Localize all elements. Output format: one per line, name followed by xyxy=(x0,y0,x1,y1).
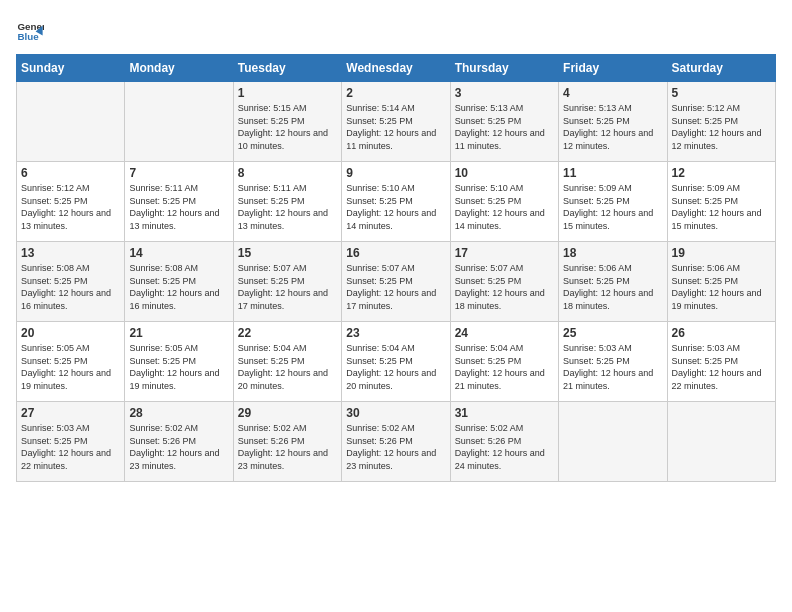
day-number: 5 xyxy=(672,86,771,100)
calendar-cell: 31Sunrise: 5:02 AMSunset: 5:26 PMDayligh… xyxy=(450,402,558,482)
day-info: Sunrise: 5:02 AMSunset: 5:26 PMDaylight:… xyxy=(238,422,337,472)
calendar-cell: 3Sunrise: 5:13 AMSunset: 5:25 PMDaylight… xyxy=(450,82,558,162)
day-info: Sunrise: 5:03 AMSunset: 5:25 PMDaylight:… xyxy=(563,342,662,392)
day-number: 13 xyxy=(21,246,120,260)
calendar-cell xyxy=(125,82,233,162)
calendar-cell: 15Sunrise: 5:07 AMSunset: 5:25 PMDayligh… xyxy=(233,242,341,322)
calendar-cell xyxy=(667,402,775,482)
day-info: Sunrise: 5:13 AMSunset: 5:25 PMDaylight:… xyxy=(563,102,662,152)
day-info: Sunrise: 5:03 AMSunset: 5:25 PMDaylight:… xyxy=(672,342,771,392)
logo-icon: General Blue xyxy=(16,16,44,44)
calendar-cell: 22Sunrise: 5:04 AMSunset: 5:25 PMDayligh… xyxy=(233,322,341,402)
calendar-cell: 16Sunrise: 5:07 AMSunset: 5:25 PMDayligh… xyxy=(342,242,450,322)
day-info: Sunrise: 5:07 AMSunset: 5:25 PMDaylight:… xyxy=(346,262,445,312)
day-info: Sunrise: 5:05 AMSunset: 5:25 PMDaylight:… xyxy=(129,342,228,392)
weekday-header-wednesday: Wednesday xyxy=(342,55,450,82)
day-number: 31 xyxy=(455,406,554,420)
calendar-cell: 27Sunrise: 5:03 AMSunset: 5:25 PMDayligh… xyxy=(17,402,125,482)
day-number: 14 xyxy=(129,246,228,260)
calendar-cell: 8Sunrise: 5:11 AMSunset: 5:25 PMDaylight… xyxy=(233,162,341,242)
day-number: 28 xyxy=(129,406,228,420)
day-info: Sunrise: 5:11 AMSunset: 5:25 PMDaylight:… xyxy=(129,182,228,232)
day-number: 19 xyxy=(672,246,771,260)
calendar-cell: 21Sunrise: 5:05 AMSunset: 5:25 PMDayligh… xyxy=(125,322,233,402)
calendar-cell: 25Sunrise: 5:03 AMSunset: 5:25 PMDayligh… xyxy=(559,322,667,402)
weekday-header-tuesday: Tuesday xyxy=(233,55,341,82)
day-info: Sunrise: 5:04 AMSunset: 5:25 PMDaylight:… xyxy=(346,342,445,392)
day-info: Sunrise: 5:14 AMSunset: 5:25 PMDaylight:… xyxy=(346,102,445,152)
day-info: Sunrise: 5:04 AMSunset: 5:25 PMDaylight:… xyxy=(238,342,337,392)
calendar-cell: 26Sunrise: 5:03 AMSunset: 5:25 PMDayligh… xyxy=(667,322,775,402)
day-number: 12 xyxy=(672,166,771,180)
calendar-cell: 2Sunrise: 5:14 AMSunset: 5:25 PMDaylight… xyxy=(342,82,450,162)
weekday-header-monday: Monday xyxy=(125,55,233,82)
day-info: Sunrise: 5:05 AMSunset: 5:25 PMDaylight:… xyxy=(21,342,120,392)
day-info: Sunrise: 5:04 AMSunset: 5:25 PMDaylight:… xyxy=(455,342,554,392)
day-number: 26 xyxy=(672,326,771,340)
day-info: Sunrise: 5:06 AMSunset: 5:25 PMDaylight:… xyxy=(672,262,771,312)
calendar-cell xyxy=(559,402,667,482)
day-info: Sunrise: 5:03 AMSunset: 5:25 PMDaylight:… xyxy=(21,422,120,472)
calendar-cell: 29Sunrise: 5:02 AMSunset: 5:26 PMDayligh… xyxy=(233,402,341,482)
day-number: 10 xyxy=(455,166,554,180)
day-info: Sunrise: 5:10 AMSunset: 5:25 PMDaylight:… xyxy=(346,182,445,232)
svg-text:Blue: Blue xyxy=(17,31,39,42)
calendar-cell: 1Sunrise: 5:15 AMSunset: 5:25 PMDaylight… xyxy=(233,82,341,162)
day-info: Sunrise: 5:10 AMSunset: 5:25 PMDaylight:… xyxy=(455,182,554,232)
day-info: Sunrise: 5:13 AMSunset: 5:25 PMDaylight:… xyxy=(455,102,554,152)
weekday-header-friday: Friday xyxy=(559,55,667,82)
day-info: Sunrise: 5:02 AMSunset: 5:26 PMDaylight:… xyxy=(455,422,554,472)
day-info: Sunrise: 5:08 AMSunset: 5:25 PMDaylight:… xyxy=(129,262,228,312)
day-number: 6 xyxy=(21,166,120,180)
day-info: Sunrise: 5:07 AMSunset: 5:25 PMDaylight:… xyxy=(238,262,337,312)
weekday-header-saturday: Saturday xyxy=(667,55,775,82)
day-number: 24 xyxy=(455,326,554,340)
calendar-cell: 9Sunrise: 5:10 AMSunset: 5:25 PMDaylight… xyxy=(342,162,450,242)
day-info: Sunrise: 5:12 AMSunset: 5:25 PMDaylight:… xyxy=(672,102,771,152)
day-number: 2 xyxy=(346,86,445,100)
weekday-header-sunday: Sunday xyxy=(17,55,125,82)
day-info: Sunrise: 5:15 AMSunset: 5:25 PMDaylight:… xyxy=(238,102,337,152)
day-info: Sunrise: 5:06 AMSunset: 5:25 PMDaylight:… xyxy=(563,262,662,312)
logo: General Blue xyxy=(16,16,48,44)
calendar-table: SundayMondayTuesdayWednesdayThursdayFrid… xyxy=(16,54,776,482)
calendar-cell: 30Sunrise: 5:02 AMSunset: 5:26 PMDayligh… xyxy=(342,402,450,482)
day-number: 20 xyxy=(21,326,120,340)
calendar-header: SundayMondayTuesdayWednesdayThursdayFrid… xyxy=(17,55,776,82)
day-info: Sunrise: 5:07 AMSunset: 5:25 PMDaylight:… xyxy=(455,262,554,312)
day-number: 25 xyxy=(563,326,662,340)
day-number: 29 xyxy=(238,406,337,420)
calendar-cell: 5Sunrise: 5:12 AMSunset: 5:25 PMDaylight… xyxy=(667,82,775,162)
day-number: 18 xyxy=(563,246,662,260)
calendar-cell: 12Sunrise: 5:09 AMSunset: 5:25 PMDayligh… xyxy=(667,162,775,242)
day-number: 27 xyxy=(21,406,120,420)
calendar-cell: 28Sunrise: 5:02 AMSunset: 5:26 PMDayligh… xyxy=(125,402,233,482)
calendar-cell: 11Sunrise: 5:09 AMSunset: 5:25 PMDayligh… xyxy=(559,162,667,242)
calendar-cell: 20Sunrise: 5:05 AMSunset: 5:25 PMDayligh… xyxy=(17,322,125,402)
day-info: Sunrise: 5:09 AMSunset: 5:25 PMDaylight:… xyxy=(563,182,662,232)
day-info: Sunrise: 5:08 AMSunset: 5:25 PMDaylight:… xyxy=(21,262,120,312)
calendar-cell: 4Sunrise: 5:13 AMSunset: 5:25 PMDaylight… xyxy=(559,82,667,162)
calendar-cell: 7Sunrise: 5:11 AMSunset: 5:25 PMDaylight… xyxy=(125,162,233,242)
day-info: Sunrise: 5:02 AMSunset: 5:26 PMDaylight:… xyxy=(129,422,228,472)
calendar-cell: 14Sunrise: 5:08 AMSunset: 5:25 PMDayligh… xyxy=(125,242,233,322)
day-number: 9 xyxy=(346,166,445,180)
calendar-cell: 17Sunrise: 5:07 AMSunset: 5:25 PMDayligh… xyxy=(450,242,558,322)
day-number: 30 xyxy=(346,406,445,420)
day-number: 17 xyxy=(455,246,554,260)
day-number: 11 xyxy=(563,166,662,180)
day-number: 7 xyxy=(129,166,228,180)
day-info: Sunrise: 5:02 AMSunset: 5:26 PMDaylight:… xyxy=(346,422,445,472)
day-number: 16 xyxy=(346,246,445,260)
day-number: 15 xyxy=(238,246,337,260)
calendar-cell xyxy=(17,82,125,162)
day-number: 21 xyxy=(129,326,228,340)
day-info: Sunrise: 5:12 AMSunset: 5:25 PMDaylight:… xyxy=(21,182,120,232)
day-number: 22 xyxy=(238,326,337,340)
calendar-cell: 19Sunrise: 5:06 AMSunset: 5:25 PMDayligh… xyxy=(667,242,775,322)
calendar-cell: 23Sunrise: 5:04 AMSunset: 5:25 PMDayligh… xyxy=(342,322,450,402)
calendar-cell: 18Sunrise: 5:06 AMSunset: 5:25 PMDayligh… xyxy=(559,242,667,322)
day-number: 23 xyxy=(346,326,445,340)
day-info: Sunrise: 5:09 AMSunset: 5:25 PMDaylight:… xyxy=(672,182,771,232)
calendar-cell: 10Sunrise: 5:10 AMSunset: 5:25 PMDayligh… xyxy=(450,162,558,242)
